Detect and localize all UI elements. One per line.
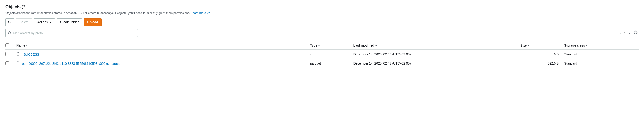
svg-point-4 <box>635 32 636 33</box>
row-checkbox-cell <box>6 50 14 59</box>
name-column-header[interactable]: Name <box>14 42 308 50</box>
storage-class-column-header[interactable]: Storage class <box>562 42 638 50</box>
table-row: _SUCCESS - December 14, 2020, 02:48 (UTC… <box>6 50 638 59</box>
file-icon <box>16 61 20 66</box>
toolbar: Delete Actions Create folder Upload <box>6 18 638 26</box>
type-column-header[interactable]: Type <box>308 42 351 50</box>
row-storage-class-cell: Standard <box>562 59 638 68</box>
row-storage-class-cell: Standard <box>562 50 638 59</box>
pagination-area: ‹ 1 › <box>619 30 638 36</box>
row-last-modified-cell: December 14, 2020, 02:48 (UTC+02:00) <box>351 59 518 68</box>
search-icon <box>8 31 12 35</box>
storage-class-sort-icon <box>586 45 588 46</box>
name-sort-icon <box>26 45 28 46</box>
delete-button[interactable]: Delete <box>16 18 32 26</box>
row-name-cell: part-00000-f267c22c-8f43-4110-8883-55550… <box>14 59 308 68</box>
row-size-cell: 0 B <box>518 50 562 59</box>
next-page-button[interactable]: › <box>628 31 631 35</box>
row-checkbox[interactable] <box>6 61 9 65</box>
file-name-link[interactable]: part-00000-f267c22c-8f43-4110-8883-55550… <box>22 62 122 65</box>
search-row: ‹ 1 › <box>6 29 638 40</box>
chevron-down-icon <box>50 22 51 23</box>
table-row: part-00000-f267c22c-8f43-4110-8883-55550… <box>6 59 638 68</box>
section-count: (2) <box>20 4 27 9</box>
create-folder-button[interactable]: Create folder <box>56 18 82 26</box>
search-input[interactable] <box>13 31 135 35</box>
type-sort-icon <box>318 45 320 46</box>
row-last-modified-cell: December 14, 2020, 02:48 (UTC+02:00) <box>351 50 518 59</box>
prev-page-button[interactable]: ‹ <box>619 31 622 35</box>
refresh-button[interactable] <box>6 18 14 26</box>
size-sort-icon <box>528 45 530 46</box>
row-type-cell: parquet <box>308 59 351 68</box>
actions-button[interactable]: Actions <box>34 18 55 26</box>
row-checkbox[interactable] <box>6 52 9 56</box>
file-icon <box>16 52 20 56</box>
objects-table: Name Type Last modified Size Storage cla… <box>6 42 638 68</box>
gear-icon <box>634 30 638 34</box>
row-checkbox-cell <box>6 59 14 68</box>
file-name-link[interactable]: _SUCCESS <box>22 52 39 56</box>
upload-button[interactable]: Upload <box>84 18 101 26</box>
external-link-icon <box>208 12 210 14</box>
row-name-cell: _SUCCESS <box>14 50 308 59</box>
select-all-header <box>6 42 14 50</box>
section-title: Objects <box>6 4 20 9</box>
last-modified-sort-icon <box>375 45 377 46</box>
search-bar <box>6 29 138 37</box>
size-column-header[interactable]: Size <box>518 42 562 50</box>
table-settings-button[interactable] <box>632 30 638 36</box>
refresh-icon <box>8 20 12 25</box>
select-all-checkbox[interactable] <box>6 43 9 47</box>
section-description: Objects are the fundamental entities sto… <box>6 11 638 15</box>
last-modified-column-header[interactable]: Last modified <box>351 42 518 50</box>
row-type-cell: - <box>308 50 351 59</box>
page-number: 1 <box>624 31 626 35</box>
svg-line-3 <box>10 34 12 34</box>
learn-more-link[interactable]: Learn more <box>191 11 210 14</box>
row-size-cell: 522.0 B <box>518 59 562 68</box>
